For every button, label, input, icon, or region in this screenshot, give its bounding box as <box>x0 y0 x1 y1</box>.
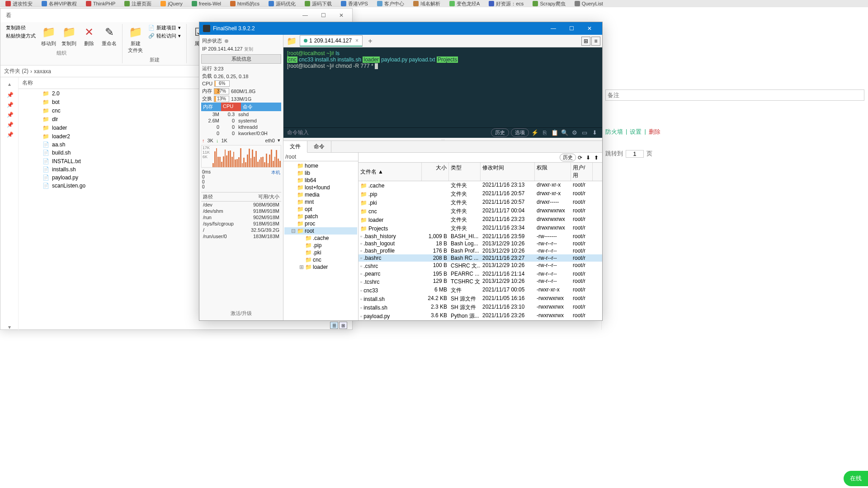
tree-node[interactable]: 📁lib64 <box>284 177 357 184</box>
disk-row[interactable]: /32.5G/39.2G <box>201 227 281 233</box>
minimize-button[interactable]: — <box>544 22 562 35</box>
close-button[interactable]: ✕ <box>580 22 599 35</box>
tree-node[interactable]: 📁mnt <box>284 198 357 206</box>
tree-node[interactable]: 📁lib <box>284 169 357 177</box>
connection-tab[interactable]: 1 209.141.44.127 × <box>300 35 363 47</box>
remote-file-row[interactable]: 📁 Projects文件夹2021/11/16 23:34drwxrwxrwxr… <box>359 224 602 233</box>
browser-tab[interactable]: freeis-Wel <box>188 0 225 7</box>
disk-row[interactable]: /dev/shm918M/918M <box>201 208 281 214</box>
copy-path-button[interactable]: 复制路径 <box>4 24 38 32</box>
remote-file-row[interactable]: ▫ .tcshrc129 BTCSHRC 文...2013/12/29 10:2… <box>359 277 602 286</box>
options-button[interactable]: 选项 <box>511 128 529 137</box>
sysinfo-header[interactable]: 系统信息 <box>201 54 281 64</box>
rename-button[interactable]: ✎重命名 <box>100 24 118 48</box>
history-button[interactable]: 历史 <box>491 128 509 137</box>
remote-file-row[interactable]: 📁 loader文件夹2021/11/16 23:23drwxrwxrwxroo… <box>359 216 602 224</box>
file-table-headers[interactable]: 文件名 ▲ 大小 类型 修改时间 权限 用户/用 <box>359 163 602 181</box>
tree-node[interactable]: 📁.pip <box>284 242 357 249</box>
expand-icon[interactable]: ▭ <box>580 129 589 136</box>
pin-icon[interactable]: 📌 <box>7 112 12 117</box>
delete-link[interactable]: 删除 <box>649 128 660 136</box>
browser-tab[interactable]: 各种VIP教程 <box>38 0 80 7</box>
tree-node[interactable]: 📁.cache <box>284 235 357 242</box>
grid-view-icon[interactable]: ⊞ <box>581 37 590 46</box>
pin-icon[interactable]: 📌 <box>7 122 12 127</box>
breadcrumb-root[interactable]: 文件夹 (2) <box>4 67 28 75</box>
process-headers[interactable]: 内存 CPU 命令 <box>201 103 281 111</box>
process-row[interactable]: 00kworker/0:0H <box>201 130 281 136</box>
disk-row[interactable]: /sys/fs/cgroup918M/918M <box>201 221 281 227</box>
terminal[interactable]: [root@localhost ~]# ls cnc cnc33 install… <box>283 47 602 127</box>
remote-file-row[interactable]: ▫ .bash_profile176 BBash Prof...2013/12/… <box>359 247 602 254</box>
easy-access-button[interactable]: 🔗 轻松访问 ▾ <box>146 32 183 40</box>
maximize-button[interactable]: ☐ <box>562 22 580 35</box>
new-item-button[interactable]: 📄 新建项目 ▾ <box>146 24 183 32</box>
list-view-icon[interactable]: ≡ <box>591 37 600 46</box>
page-input[interactable] <box>626 150 644 158</box>
tree-node[interactable]: 📁lost+found <box>284 184 357 191</box>
remote-file-row[interactable]: 📁 .pki文件夹2021/11/16 20:57drwxr-----root/… <box>359 198 602 207</box>
new-folder-button[interactable]: 📁新建 文件夹 <box>126 24 145 55</box>
browser-tab[interactable]: 客户中心 <box>373 0 408 7</box>
tree-node[interactable]: 📁cnc <box>284 256 357 263</box>
current-path[interactable]: /root <box>285 154 356 160</box>
browser-tab[interactable]: 域名解析 <box>410 0 444 7</box>
browser-tab[interactable]: Scrapy爬虫 <box>529 0 569 7</box>
copy-to-button[interactable]: 📁复制到 <box>60 24 78 48</box>
gear-icon[interactable]: ⚙ <box>571 129 579 136</box>
disk-row[interactable]: /run/user/0183M/183M <box>201 233 281 239</box>
breadcrumb-folder[interactable]: xaxaxa <box>34 68 51 75</box>
process-row[interactable]: 00kthreadd <box>201 124 281 130</box>
browser-tab[interactable]: ThinkPHP <box>82 0 119 7</box>
browser-tab[interactable]: 源码下载 <box>301 0 335 7</box>
remote-file-row[interactable]: 📁 cnc文件夹2021/11/17 00:04drwxrwxrwxroot/r <box>359 207 602 216</box>
process-row[interactable]: 2.6M0systemd <box>201 117 281 124</box>
browser-tab[interactable]: 变色龙经A <box>446 0 483 7</box>
copy-ip-button[interactable]: 复制 <box>244 47 253 52</box>
remote-file-row[interactable]: ▫ install.sh24.2 KBSH 源文件2021/11/05 16:1… <box>359 295 602 303</box>
paste-icon[interactable]: 📋 <box>551 129 559 136</box>
move-to-button[interactable]: 📁移动到 <box>39 24 58 48</box>
browser-tab[interactable]: 好资源：ecs <box>485 0 527 7</box>
add-tab-button[interactable]: + <box>364 35 376 47</box>
tree-node[interactable]: 📁.pki <box>284 249 357 256</box>
minimize-button[interactable]: — <box>296 10 314 21</box>
pin-icon[interactable]: 📌 <box>7 102 12 107</box>
delete-button[interactable]: ✕删除 <box>80 24 98 48</box>
online-badge[interactable]: 在线 <box>844 471 868 486</box>
remote-file-row[interactable]: ▫ .cshrc100 BCSHRC 文...2013/12/29 10:26-… <box>359 262 602 270</box>
tree-node[interactable]: 📁patch <box>284 213 357 220</box>
remote-file-row[interactable]: ▫ payload.py3.6 KBPython 源...2021/11/16 … <box>359 312 602 320</box>
remote-file-row[interactable]: ▫ cnc336 MB文件2021/11/17 00:05-rwxr-xr-xr… <box>359 286 602 295</box>
remote-file-row[interactable]: ▫ .bashrc208 BBash RC ...2021/11/16 23:2… <box>359 254 602 262</box>
remote-file-row[interactable]: 📁 .pip文件夹2021/11/16 20:57drwxr-xr-xroot/… <box>359 190 602 198</box>
path-history-button[interactable]: 历史 <box>560 154 576 161</box>
remarks-input[interactable] <box>605 89 864 101</box>
chevron-up-icon[interactable]: ▴ <box>8 81 11 87</box>
copy-icon[interactable]: ⎘ <box>541 129 549 136</box>
bolt-icon[interactable]: ⚡ <box>531 129 539 136</box>
download-icon[interactable]: ⬇ <box>586 155 590 161</box>
browser-tab[interactable]: 香港VPS <box>337 0 372 7</box>
close-tab-icon[interactable]: × <box>355 38 359 44</box>
remote-file-row[interactable]: ▫ installs.sh2.3 KBSH 源文件2021/11/16 23:1… <box>359 303 602 312</box>
upgrade-link[interactable]: 激活/升级 <box>201 308 281 319</box>
download-icon[interactable]: ⬇ <box>590 129 599 136</box>
browser-tab[interactable]: jQuery <box>157 0 186 7</box>
tree-node[interactable]: ⊞📁loader <box>284 263 357 271</box>
pin-icon[interactable]: 📌 <box>7 92 12 97</box>
remote-file-row[interactable]: ▫ .pearrc195 BPEARRC ...2021/11/16 21:14… <box>359 270 602 277</box>
refresh-icon[interactable]: ⟳ <box>578 155 582 161</box>
chevron-down-icon[interactable]: ▾ <box>8 324 11 330</box>
search-icon[interactable]: 🔍 <box>561 129 569 136</box>
upload-icon[interactable]: ⬆ <box>594 155 599 161</box>
pin-icon[interactable]: 📌 <box>7 131 12 137</box>
disk-row[interactable]: /run902M/918M <box>201 214 281 221</box>
tree-node[interactable]: 📁home <box>284 162 357 169</box>
disk-row[interactable]: /dev908M/908M <box>201 202 281 208</box>
tree-node[interactable]: 📁opt <box>284 206 357 213</box>
details-view-icon[interactable]: ☰ <box>330 322 338 329</box>
process-row[interactable]: 3M0.3sshd <box>201 111 281 117</box>
tree-node[interactable]: ⊟📁root <box>284 227 357 235</box>
chevron-down-icon[interactable]: ▾ <box>278 137 280 143</box>
